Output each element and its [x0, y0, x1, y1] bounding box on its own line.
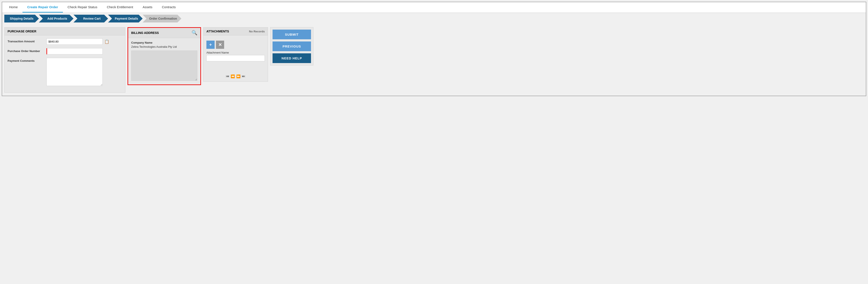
attachment-name-input[interactable] [207, 55, 265, 61]
transaction-amount-controls: 📋 [46, 38, 122, 45]
attachments-body: + ✕ Attachment Name ⏮ ⏪ ⏩ ⏭ [204, 35, 268, 82]
transaction-amount-input[interactable] [46, 38, 103, 45]
step-order-confirmation[interactable]: Order Confirmation [143, 15, 181, 23]
transaction-amount-doc-icon[interactable]: 📋 [104, 39, 109, 44]
nav-item-create-repair-order[interactable]: Create Repair Order [23, 2, 63, 12]
nav-item-assets[interactable]: Assets [138, 2, 157, 12]
payment-comments-textarea[interactable] [46, 58, 103, 86]
purchase-order-body: Transaction Amount 📋 Purchase Order Numb… [4, 35, 125, 92]
purchase-order-number-row: Purchase Order Number [7, 48, 122, 55]
attachments-header: ATTACHMENTS No Records [204, 27, 268, 35]
previous-button[interactable]: PREVIOUS [273, 41, 311, 51]
attachment-delete-button[interactable]: ✕ [216, 41, 224, 49]
attach-nav-last[interactable]: ⏭ [242, 74, 245, 78]
billing-company-name-value: Zebra Technologies Australia Pty Ltd [131, 45, 197, 49]
no-records-label: No Records [249, 30, 265, 33]
transaction-amount-row: Transaction Amount 📋 [7, 38, 122, 45]
purchase-order-number-controls [46, 48, 122, 55]
payment-comments-row: Payment Comments [7, 58, 122, 86]
transaction-amount-label: Transaction Amount [7, 38, 46, 43]
billing-address-search-icon[interactable]: 🔍 [191, 30, 197, 36]
top-navigation: Home Create Repair Order Check Repair St… [2, 2, 866, 13]
step-shipping-details[interactable]: Shipping Details [4, 15, 39, 23]
attach-nav-first[interactable]: ⏮ [226, 74, 229, 78]
attach-nav-prev[interactable]: ⏪ [230, 74, 235, 78]
nav-item-contracts[interactable]: Contracts [157, 2, 181, 12]
billing-company-name-label: Company Name [131, 41, 197, 44]
need-help-button[interactable]: NEED HELP [273, 53, 311, 63]
nav-item-check-entitlement[interactable]: Check Entitlement [102, 2, 138, 12]
attachment-action-buttons: + ✕ [207, 41, 265, 49]
attachment-pagination: ⏮ ⏪ ⏩ ⏭ [207, 74, 265, 78]
attachments-title: ATTACHMENTS [207, 30, 229, 33]
submit-button[interactable]: SUBMIT [273, 30, 311, 39]
payment-comments-label: Payment Comments [7, 58, 46, 62]
purchase-order-header: PURCHASE ORDER [4, 27, 125, 35]
nav-item-home[interactable]: Home [4, 2, 23, 12]
attach-nav-next[interactable]: ⏩ [236, 74, 241, 78]
stepper: Shipping Details Add Products Review Car… [2, 13, 866, 24]
attachments-panel: ATTACHMENTS No Records + ✕ Attachment Na… [203, 27, 268, 82]
billing-address-header: BILLING ADDRESS 🔍 [128, 28, 200, 38]
attachment-add-button[interactable]: + [207, 41, 215, 49]
billing-address-panel: BILLING ADDRESS 🔍 Company Name Zebra Tec… [127, 27, 201, 85]
purchase-order-number-label: Purchase Order Number [7, 48, 46, 53]
main-content: PURCHASE ORDER Transaction Amount 📋 Purc… [2, 24, 866, 96]
payment-comments-controls [46, 58, 122, 86]
step-add-products[interactable]: Add Products [39, 15, 73, 23]
billing-address-body: Company Name Zebra Technologies Australi… [128, 38, 200, 85]
purchase-order-panel: PURCHASE ORDER Transaction Amount 📋 Purc… [4, 27, 125, 93]
step-payment-details[interactable]: Payment Details [108, 15, 143, 23]
attachment-name-label: Attachment Name [207, 51, 265, 54]
billing-address-title: BILLING ADDRESS [131, 31, 159, 35]
nav-item-check-repair-status[interactable]: Check Repair Status [63, 2, 102, 12]
purchase-order-number-input[interactable] [46, 48, 103, 55]
billing-address-textarea[interactable] [131, 51, 197, 81]
action-panel: SUBMIT PREVIOUS NEED HELP [270, 27, 313, 65]
step-review-cart[interactable]: Review Cart [73, 15, 108, 23]
